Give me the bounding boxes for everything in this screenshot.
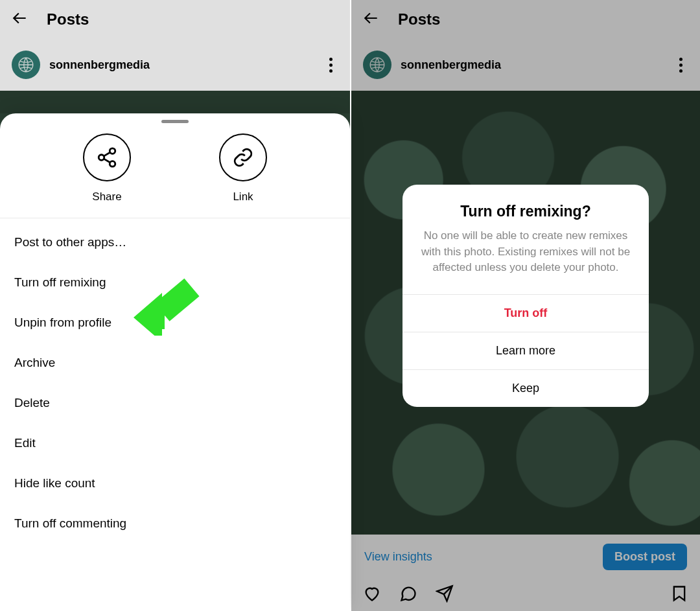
svg-point-1	[110, 148, 115, 154]
svg-point-2	[99, 155, 104, 161]
link-label: Link	[233, 190, 253, 203]
menu-turn-off-commenting[interactable]: Turn off commenting	[0, 503, 350, 544]
scrim	[0, 0, 350, 113]
menu-unpin-from-profile[interactable]: Unpin from profile	[0, 303, 350, 343]
sheet-grabber[interactable]	[161, 120, 189, 123]
screenshot-left: Posts sonnenbergmedia Share Link	[0, 0, 350, 611]
dialog-body: No one will be able to create new remixe…	[402, 228, 649, 294]
share-button[interactable]: Share	[83, 133, 131, 203]
dialog-title: Turn off remixing?	[402, 185, 649, 228]
svg-point-3	[110, 161, 115, 167]
dialog-turn-off-button[interactable]: Turn off	[402, 294, 649, 332]
menu-hide-like-count[interactable]: Hide like count	[0, 463, 350, 503]
link-button[interactable]: Link	[219, 133, 267, 203]
menu-archive[interactable]: Archive	[0, 343, 350, 383]
menu-post-to-other-apps[interactable]: Post to other apps…	[0, 222, 350, 262]
menu-edit[interactable]: Edit	[0, 423, 350, 463]
share-label: Share	[92, 190, 121, 203]
remixing-dialog: Turn off remixing? No one will be able t…	[402, 185, 649, 407]
dialog-keep-button[interactable]: Keep	[402, 369, 649, 407]
menu-list: Post to other apps… Turn off remixing Un…	[0, 218, 350, 544]
dialog-learn-more-button[interactable]: Learn more	[402, 332, 649, 369]
menu-delete[interactable]: Delete	[0, 383, 350, 423]
screenshot-right: Posts sonnenbergmedia View insights Boos…	[350, 0, 700, 611]
menu-turn-off-remixing[interactable]: Turn off remixing	[0, 262, 350, 303]
share-icon	[83, 133, 131, 181]
options-bottom-sheet: Share Link Post to other apps… Turn off …	[0, 113, 350, 611]
round-action-row: Share Link	[0, 133, 350, 218]
link-icon	[219, 133, 267, 181]
